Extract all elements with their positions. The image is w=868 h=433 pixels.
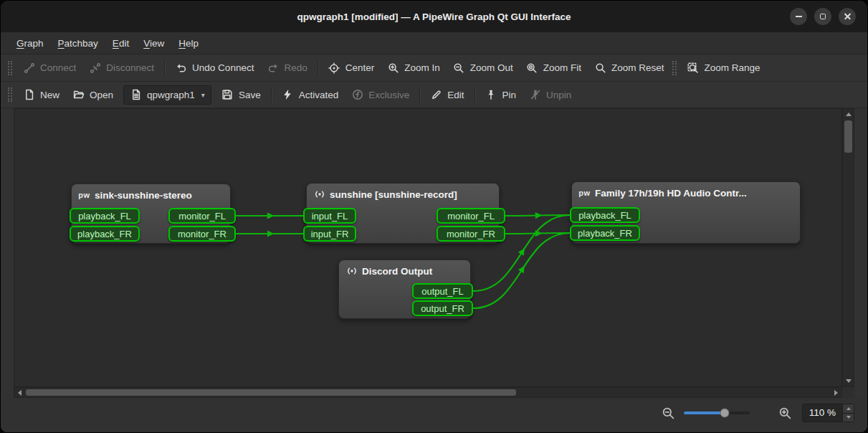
port-discord-output_FL[interactable]: output_FL [412,283,473,299]
spin-up-icon [846,407,851,410]
node-title: Family 17h/19h HD Audio Contr... [595,188,747,199]
toolbar-button-disconnect[interactable]: Disconnect [82,58,161,77]
file-icon [130,89,142,101]
zoom-slider-handle[interactable] [720,409,729,418]
toolbar-button-undo-connect[interactable]: Undo Connect [168,58,260,77]
toolbar-button-pin[interactable]: Pin [479,85,523,105]
zoom-out-icon[interactable] [662,406,675,420]
maximize-button[interactable] [814,8,831,25]
vertical-scrollbar[interactable] [842,108,854,387]
toolbar-separator [419,87,420,103]
horizontal-scrollbar[interactable] [14,387,842,398]
port-sunshine-input_FR[interactable]: input_FR [303,226,356,242]
zoom-range-icon [687,62,700,74]
zoom-in-icon [387,62,399,74]
button-label: New [40,90,59,100]
toolbar-separator [164,60,165,76]
toolbar-button-zoom-fit[interactable]: Zoom Fit [520,58,588,77]
zoom-spin-up-button[interactable] [843,404,854,413]
toolbar-button-connect[interactable]: Connect [16,58,82,77]
port-sink-playback_FL[interactable]: playback_FL [70,208,140,224]
audio-node-icon [313,189,325,200]
menu-edit[interactable]: Edit [105,35,136,52]
port-discord-output_FR[interactable]: output_FR [412,300,473,316]
toolbar-button-activated[interactable]: Activated [275,85,345,105]
minimize-button[interactable] [790,8,807,25]
button-label: Disconnect [106,62,154,73]
node-header[interactable]: pwsink-sunshine-stereo [72,184,230,204]
new-icon [23,89,35,101]
connection-arrow [267,230,275,237]
toolbar-button-edit[interactable]: Edit [424,85,470,105]
open-icon [72,89,85,101]
graph-canvas[interactable]: pwsink-sunshine-stereoplayback_FLplaybac… [14,108,842,387]
toolbar-grip[interactable] [8,87,12,102]
zoom-spinbox[interactable]: 110 % [802,404,854,422]
port-label: playback_FL [578,210,631,221]
zoom-in-icon[interactable] [778,406,792,420]
connection-arrow [267,212,275,219]
connection-arrow [535,212,543,219]
button-label: Edit [447,90,464,100]
menu-patchbay[interactable]: Patchbay [51,35,105,52]
scroll-right-button[interactable] [831,388,841,397]
titlebar[interactable]: qpwgraph1 [modified] — A PipeWire Graph … [1,1,867,32]
connection-arrow [535,230,543,237]
combo-patchbay-file[interactable]: qpwgraph1▾ [123,85,211,105]
pipewire-icon: pw [578,187,591,199]
port-sink-playback_FR[interactable]: playback_FR [70,226,140,242]
canvas-region: pwsink-sunshine-stereoplayback_FLplaybac… [14,108,854,398]
port-label: monitor_FL [447,211,495,222]
zoom-spin-down-button[interactable] [843,413,854,422]
close-button[interactable] [839,8,856,25]
toolbar-button-save[interactable]: Save [215,85,267,105]
vertical-scrollbar-thumb[interactable] [844,120,852,153]
toolbar-button-unpin[interactable]: Unpin [523,85,578,105]
scroll-down-button[interactable] [843,376,854,386]
node-header[interactable]: pwFamily 17h/19h HD Audio Contr... [572,182,800,201]
node-header[interactable]: sunshine [sunshine-record] [307,184,499,203]
toolbar-button-open[interactable]: Open [66,85,120,105]
scroll-up-icon [846,113,852,116]
menu-help[interactable]: Help [171,35,206,52]
port-sunshine-monitor_FR[interactable]: monitor_FR [437,226,505,242]
pin-icon [485,89,497,101]
redo-icon [267,62,279,74]
port-sink-monitor_FR[interactable]: monitor_FR [168,226,236,242]
toolbar-grip[interactable] [672,61,677,75]
toolbar-button-zoom-in[interactable]: Zoom In [381,58,447,77]
connect-icon [23,62,35,74]
toolbar-button-redo[interactable]: Redo [260,58,313,77]
toolbar-button-new[interactable]: New [16,85,66,105]
toolbar-button-zoom-reset[interactable]: Zoom Reset [588,58,671,77]
scroll-down-icon [846,379,852,383]
button-label: Save [239,90,261,100]
toolbar-button-center[interactable]: Center [322,58,381,77]
menu-view[interactable]: View [136,35,171,52]
port-sunshine-input_FL[interactable]: input_FL [303,208,356,224]
toolbar-button-zoom-range[interactable]: Zoom Range [681,58,767,77]
scroll-left-button[interactable] [14,388,25,397]
zoom-value[interactable]: 110 % [803,404,842,422]
horizontal-scrollbar-thumb[interactable] [26,389,516,396]
port-label: playback_FR [77,229,132,239]
port-label: input_FL [312,211,348,222]
zoom-slider[interactable] [684,411,750,414]
toolbar-button-exclusive[interactable]: Exclusive [345,85,416,105]
port-sink-monitor_FL[interactable]: monitor_FL [168,208,236,224]
node-header[interactable]: Discord Output [339,260,470,280]
scroll-up-button[interactable] [843,109,854,120]
zoom-out-icon [453,62,465,74]
port-sunshine-monitor_FL[interactable]: monitor_FL [437,208,505,224]
save-icon [221,89,234,101]
button-label: Redo [284,62,307,73]
port-family-playback_FR[interactable]: playback_FR [570,225,640,241]
toolbar-button-zoom-out[interactable]: Zoom Out [447,58,520,77]
window-controls [790,1,856,32]
menu-graph[interactable]: Graph [9,35,51,52]
window: qpwgraph1 [modified] — A PipeWire Graph … [0,0,868,433]
spin-down-icon [846,416,851,419]
toolbar-grip[interactable] [8,61,12,75]
button-label: Activated [299,90,339,100]
port-family-playback_FL[interactable]: playback_FL [570,207,640,223]
